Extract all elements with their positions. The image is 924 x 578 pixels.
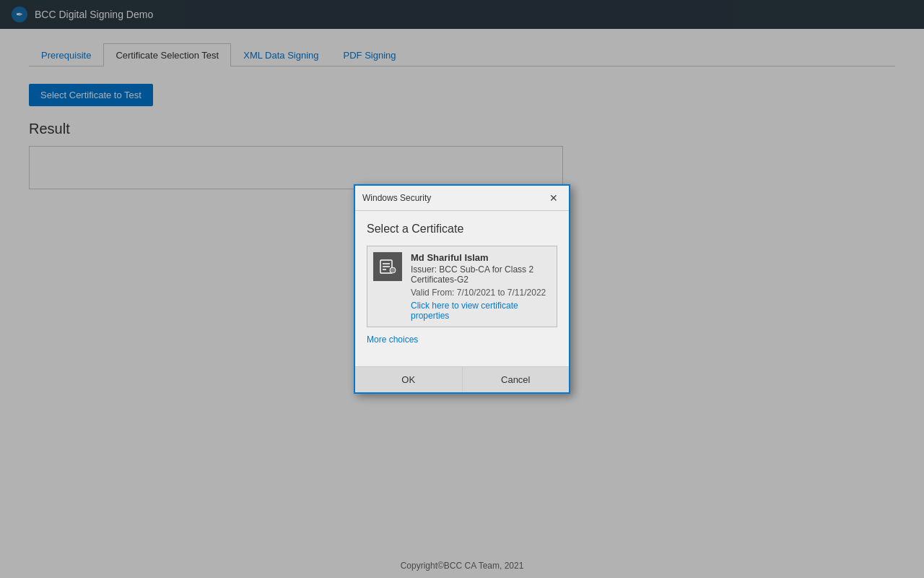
certificate-valid: Valid From: 7/10/2021 to 7/11/2022 — [411, 288, 551, 298]
certificate-entry[interactable]: Md Shariful Islam Issuer: BCC Sub-CA for… — [367, 246, 557, 327]
dialog-footer: OK Cancel — [355, 366, 569, 392]
windows-security-dialog: Windows Security ✕ Select a Certificate — [354, 184, 570, 394]
dialog-heading: Select a Certificate — [367, 223, 557, 236]
certificate-name: Md Shariful Islam — [411, 252, 551, 263]
more-choices-link[interactable]: More choices — [367, 335, 557, 345]
dialog-title-text: Windows Security — [362, 193, 431, 203]
certificate-issuer: Issuer: BCC Sub-CA for Class 2 Certifica… — [411, 264, 551, 285]
certificate-details: Md Shariful Islam Issuer: BCC Sub-CA for… — [411, 252, 551, 321]
svg-point-4 — [390, 267, 396, 273]
dialog-body: Select a Certificate Md Shariful Is — [355, 211, 569, 366]
dialog-close-button[interactable]: ✕ — [546, 190, 562, 206]
view-certificate-link[interactable]: Click here to view certificate propertie… — [411, 301, 551, 321]
dialog-cancel-button[interactable]: Cancel — [463, 367, 570, 392]
certificate-icon — [373, 252, 402, 281]
dialog-titlebar: Windows Security ✕ — [355, 186, 569, 211]
dialog-overlay: Windows Security ✕ Select a Certificate — [0, 0, 924, 578]
dialog-ok-button[interactable]: OK — [355, 367, 463, 392]
main-content: Prerequisite Certificate Selection Test … — [0, 29, 924, 578]
